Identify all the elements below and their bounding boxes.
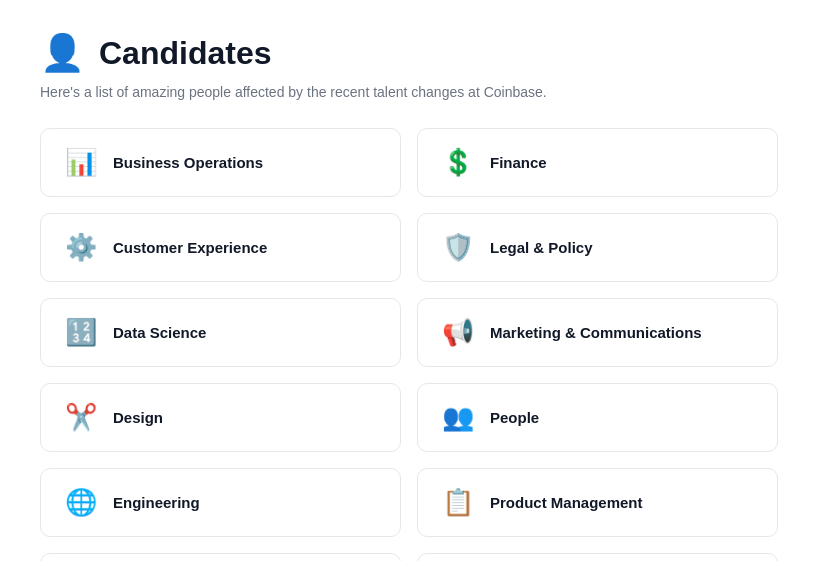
design-label: Design (113, 409, 163, 426)
customer-experience-icon: ⚙️ (63, 232, 99, 263)
people-icon: 👥 (440, 402, 476, 433)
business-operations-label: Business Operations (113, 154, 263, 171)
page-header: 👤 Candidates (40, 32, 778, 74)
people-label: People (490, 409, 539, 426)
categories-grid: 📊Business Operations💲Finance⚙️Customer E… (40, 128, 778, 561)
product-management-icon: 📋 (440, 487, 476, 518)
category-card-data-science[interactable]: 🔢Data Science (40, 298, 401, 367)
data-science-label: Data Science (113, 324, 206, 341)
customer-experience-label: Customer Experience (113, 239, 267, 256)
page-title: Candidates (99, 35, 271, 72)
category-card-design[interactable]: ✂️Design (40, 383, 401, 452)
category-card-business-operations[interactable]: 📊Business Operations (40, 128, 401, 197)
category-card-people[interactable]: 👥People (417, 383, 778, 452)
product-management-label: Product Management (490, 494, 643, 511)
engineering-label: Engineering (113, 494, 200, 511)
marketing-communications-icon: 📢 (440, 317, 476, 348)
engineering-icon: 🌐 (63, 487, 99, 518)
category-card-enterprise-apps-it[interactable]: 🔗Enterprise Apps & IT (40, 553, 401, 561)
category-card-finance[interactable]: 💲Finance (417, 128, 778, 197)
marketing-communications-label: Marketing & Communications (490, 324, 702, 341)
legal-policy-icon: 🛡️ (440, 232, 476, 263)
category-card-product-management[interactable]: 📋Product Management (417, 468, 778, 537)
data-science-icon: 🔢 (63, 317, 99, 348)
category-card-customer-experience[interactable]: ⚙️Customer Experience (40, 213, 401, 282)
category-card-legal-policy[interactable]: 🛡️Legal & Policy (417, 213, 778, 282)
business-operations-icon: 📊 (63, 147, 99, 178)
candidates-icon: 👤 (40, 32, 85, 74)
design-icon: ✂️ (63, 402, 99, 433)
category-card-engineering[interactable]: 🌐Engineering (40, 468, 401, 537)
legal-policy-label: Legal & Policy (490, 239, 593, 256)
category-card-marketing-communications[interactable]: 📢Marketing & Communications (417, 298, 778, 367)
category-card-sales-trading[interactable]: 📈Sales & Trading (417, 553, 778, 561)
page-subtitle: Here's a list of amazing people affected… (40, 84, 778, 100)
finance-icon: 💲 (440, 147, 476, 178)
finance-label: Finance (490, 154, 547, 171)
